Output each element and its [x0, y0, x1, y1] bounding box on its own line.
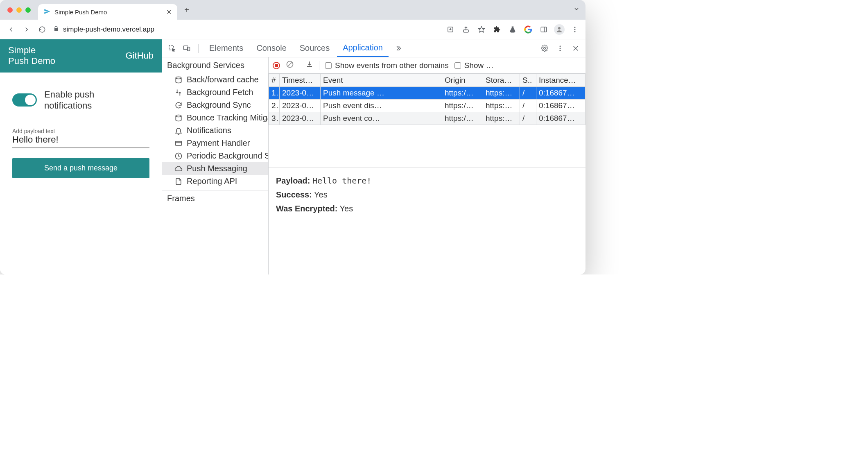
- sidebar-item-bounce-tracking[interactable]: Bounce Tracking Mitigations: [162, 111, 268, 124]
- show-truncated-checkbox[interactable]: Show …: [454, 61, 494, 70]
- profile-avatar[interactable]: [553, 23, 566, 36]
- payload-value: Hello there!: [12, 134, 149, 145]
- google-icon[interactable]: [522, 23, 535, 36]
- inspect-element-icon[interactable]: [165, 42, 179, 55]
- event-details: Payload: Hello there! Success: Yes Was E…: [269, 168, 585, 221]
- col-event[interactable]: Event: [321, 74, 442, 87]
- sidebar-item-background-sync[interactable]: Background Sync: [162, 99, 268, 111]
- titlebar: Simple Push Demo ✕ +: [0, 0, 585, 20]
- col-instance[interactable]: Instance…: [536, 74, 585, 87]
- payload-key: Payload:: [276, 176, 310, 185]
- svg-point-6: [574, 27, 576, 28]
- sidebar-section-background-services: Background Services: [162, 57, 268, 73]
- payload-detail-value: Hello there!: [312, 176, 372, 186]
- table-row[interactable]: 1.2023-0…Push message …https:/…https:…/0…: [269, 87, 585, 100]
- device-toggle-icon[interactable]: [180, 42, 193, 55]
- svg-line-24: [288, 62, 292, 66]
- clear-events-icon[interactable]: [286, 60, 294, 70]
- svg-point-19: [176, 115, 181, 117]
- svg-point-12: [544, 47, 546, 49]
- col-num[interactable]: #: [269, 74, 280, 87]
- application-sidebar: Background Services Back/forward cache B…: [162, 57, 269, 274]
- payload-label: Add payload text: [12, 128, 149, 134]
- success-key: Success:: [276, 190, 312, 199]
- sidebar-section-frames: Frames: [162, 190, 268, 206]
- sidebar-item-back-forward-cache[interactable]: Back/forward cache: [162, 73, 268, 86]
- push-messaging-panel: Show events from other domains Show … # …: [269, 57, 585, 274]
- web-page: Simple Push Demo GitHub Enable push noti…: [0, 39, 162, 274]
- back-button[interactable]: [4, 23, 18, 36]
- svg-point-8: [574, 31, 576, 32]
- table-row[interactable]: 3.2023-0…Push event co…https:/…https:…/0…: [269, 112, 585, 125]
- tab-console[interactable]: Console: [251, 39, 292, 57]
- show-other-domains-checkbox[interactable]: Show events from other domains: [325, 61, 449, 70]
- forward-button[interactable]: [20, 23, 34, 36]
- sidebar-item-notifications[interactable]: Notifications: [162, 124, 268, 137]
- github-link[interactable]: GitHub: [126, 50, 154, 61]
- sidebar-item-periodic-sync[interactable]: Periodic Background Sync: [162, 150, 268, 162]
- save-events-icon[interactable]: [306, 61, 313, 70]
- enable-push-label: Enable push notifications: [44, 89, 94, 111]
- install-app-icon[interactable]: [444, 23, 457, 36]
- url-field[interactable]: simple-push-demo.vercel.app: [51, 25, 442, 34]
- events-toolbar: Show events from other domains Show …: [269, 57, 585, 74]
- send-push-button[interactable]: Send a push message: [12, 158, 149, 178]
- new-tab-button[interactable]: +: [180, 3, 194, 17]
- kebab-menu-icon[interactable]: [568, 23, 581, 36]
- col-sw[interactable]: S..: [520, 74, 536, 87]
- extensions-icon[interactable]: [491, 23, 504, 36]
- share-icon[interactable]: [459, 23, 472, 36]
- svg-point-5: [558, 27, 561, 29]
- labs-icon[interactable]: [506, 23, 519, 36]
- side-panel-icon[interactable]: [537, 23, 550, 36]
- col-storage[interactable]: Stora…: [483, 74, 520, 87]
- tab-sources[interactable]: Sources: [294, 39, 335, 57]
- address-bar: simple-push-demo.vercel.app: [0, 20, 585, 39]
- sidebar-item-push-messaging[interactable]: Push Messaging: [162, 162, 268, 175]
- svg-point-7: [574, 29, 576, 30]
- devtools-menu-icon[interactable]: [554, 42, 567, 55]
- window-maximize-button[interactable]: [25, 7, 31, 13]
- encrypted-key: Was Encrypted:: [276, 204, 337, 213]
- events-table[interactable]: # Timest… Event Origin Stora… S.. Instan…: [269, 74, 585, 125]
- enable-push-toggle[interactable]: [12, 93, 37, 107]
- col-origin[interactable]: Origin: [442, 74, 483, 87]
- sidebar-item-background-fetch[interactable]: Background Fetch: [162, 86, 268, 99]
- encrypted-value: Yes: [340, 204, 353, 213]
- window-minimize-button[interactable]: [16, 7, 22, 13]
- page-header: Simple Push Demo GitHub: [0, 39, 162, 73]
- payload-input[interactable]: Add payload text Hello there!: [12, 128, 149, 148]
- paper-plane-icon: [44, 8, 50, 16]
- tab-application[interactable]: Application: [337, 39, 389, 57]
- tab-title: Simple Push Demo: [54, 9, 107, 16]
- devtools-tabbar: Elements Console Sources Application: [162, 39, 585, 57]
- url-text: simple-push-demo.vercel.app: [63, 25, 154, 34]
- devtools-close-icon[interactable]: [569, 42, 582, 55]
- svg-point-13: [560, 45, 561, 47]
- close-tab-icon[interactable]: ✕: [166, 8, 172, 16]
- table-row[interactable]: 2.2023-0…Push event dis…https:/…https:…/…: [269, 100, 585, 112]
- svg-marker-2: [479, 26, 485, 32]
- app-title: Simple Push Demo: [8, 45, 55, 67]
- svg-point-18: [176, 77, 181, 79]
- gear-icon[interactable]: [538, 42, 551, 55]
- svg-point-14: [560, 48, 561, 49]
- reload-button[interactable]: [35, 23, 49, 36]
- bookmark-star-icon[interactable]: [475, 23, 488, 36]
- lock-icon: [53, 25, 59, 34]
- record-button[interactable]: [273, 62, 280, 69]
- svg-point-15: [560, 50, 561, 51]
- tab-elements[interactable]: Elements: [203, 39, 249, 57]
- success-value: Yes: [314, 190, 328, 199]
- col-timestamp[interactable]: Timest…: [280, 74, 321, 87]
- svg-rect-20: [176, 141, 182, 145]
- more-tabs-icon[interactable]: [392, 42, 405, 55]
- sidebar-item-payment-handler[interactable]: Payment Handler: [162, 137, 268, 150]
- tab-list-button[interactable]: [573, 6, 580, 14]
- window-close-button[interactable]: [7, 7, 13, 13]
- devtools: Elements Console Sources Application Bac…: [162, 39, 585, 274]
- sidebar-item-reporting-api[interactable]: Reporting API: [162, 175, 268, 188]
- window-controls: [7, 7, 31, 13]
- browser-tab[interactable]: Simple Push Demo ✕: [38, 4, 177, 20]
- svg-rect-3: [541, 27, 547, 32]
